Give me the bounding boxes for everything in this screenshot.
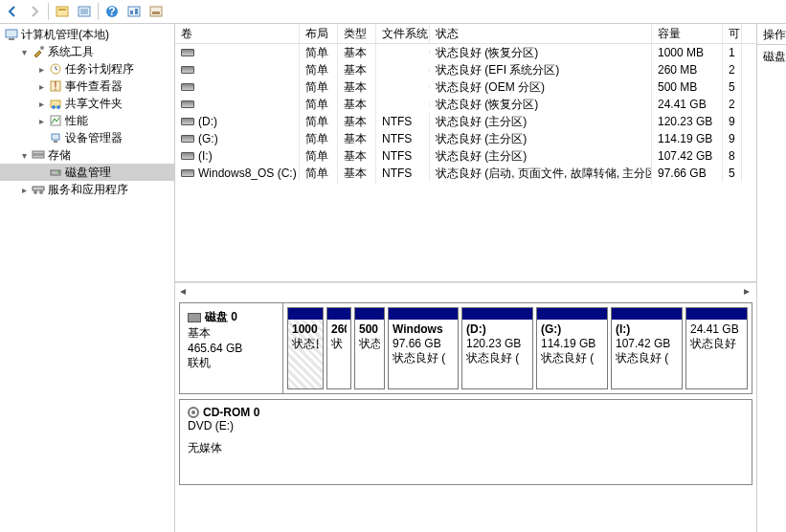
svg-point-15 — [40, 46, 44, 50]
toolbar-icon-4[interactable] — [146, 1, 167, 22]
scroll-right-icon[interactable]: ▸ — [739, 284, 754, 298]
col-filesystem[interactable]: 文件系统 — [376, 24, 430, 43]
partition-status: 状态良好 ( — [616, 351, 678, 366]
toolbar-icon-2[interactable] — [74, 1, 95, 22]
tree-label: 任务计划程序 — [65, 61, 134, 78]
chevron-down-icon[interactable]: ▾ — [17, 47, 31, 57]
clock-icon — [48, 63, 63, 75]
tree-label: 共享文件夹 — [65, 96, 123, 112]
col-status[interactable]: 状态 — [430, 24, 652, 43]
disk-title: 磁盘 0 — [205, 309, 237, 325]
svg-point-28 — [57, 171, 59, 173]
toolbar-icon-3[interactable] — [124, 1, 145, 22]
forward-button[interactable] — [24, 1, 45, 22]
vol-fs — [376, 51, 430, 55]
scroll-left-icon[interactable]: ◂ — [175, 284, 191, 298]
volume-icon — [181, 118, 194, 125]
svg-point-21 — [56, 105, 60, 109]
tree-storage[interactable]: ▾ 存储 — [0, 146, 174, 164]
partition-name: 1000 — [292, 322, 319, 337]
toolbar-separator — [48, 3, 49, 20]
storage-icon — [31, 149, 46, 161]
vol-fs: NTFS — [376, 165, 430, 182]
chevron-down-icon[interactable]: ▾ — [17, 150, 31, 161]
volume-header[interactable]: 卷 布局 类型 文件系统 状态 容量 可 — [175, 24, 756, 44]
partition-size: 107.42 GB — [616, 337, 678, 351]
tree-devmgr[interactable]: 设备管理器 — [0, 129, 174, 146]
volume-list[interactable]: 卷 布局 类型 文件系统 状态 容量 可 简单基本状态良好 (恢复分区)1000… — [175, 24, 756, 282]
volume-row[interactable]: (I:)简单基本NTFS状态良好 (主分区)107.42 GB8 — [175, 147, 756, 165]
chevron-right-icon[interactable]: ▸ — [34, 99, 48, 109]
chevron-right-icon[interactable]: ▸ — [34, 64, 48, 75]
computer-icon — [4, 29, 19, 40]
vol-status: 状态良好 (启动, 页面文件, 故障转储, 主分区) — [430, 164, 652, 184]
vol-cap: 97.66 GB — [652, 165, 723, 182]
partition[interactable]: (D:)120.23 GB状态良好 ( — [461, 307, 533, 389]
device-icon — [48, 132, 63, 144]
vol-fs — [376, 68, 430, 72]
tree-label: 事件查看器 — [65, 78, 123, 95]
disk-0-row[interactable]: 磁盘 0 基本 465.64 GB 联机 1000状态良260状500状态Win… — [179, 302, 752, 394]
nav-tree[interactable]: 计算机管理(本地) ▾ 系统工具 ▸ 任务计划程序 ▸ ! 事件查看器 ▸ 共享… — [0, 24, 175, 532]
volume-row[interactable]: (D:)简单基本NTFS状态良好 (主分区)120.23 GB9 — [175, 113, 756, 130]
svg-rect-9 — [130, 11, 133, 14]
cdrom-row[interactable]: CD-ROM 0 DVD (E:) 无媒体 — [179, 399, 752, 485]
partition[interactable]: (I:)107.42 GB状态良好 ( — [611, 307, 683, 389]
vol-fs: NTFS — [376, 130, 430, 147]
vol-fs — [376, 102, 430, 106]
partition-stripe — [462, 308, 532, 320]
tree-diskmgmt[interactable]: 磁盘管理 — [0, 164, 174, 181]
volume-row[interactable]: 简单基本状态良好 (恢复分区)1000 MB1 — [175, 44, 756, 61]
col-capacity[interactable]: 容量 — [652, 24, 723, 43]
cdrom-icon — [188, 407, 199, 418]
partition-size: 97.66 GB — [393, 337, 454, 351]
volume-icon — [181, 66, 194, 74]
col-type[interactable]: 类型 — [338, 24, 376, 43]
chevron-right-icon[interactable]: ▸ — [17, 185, 31, 195]
tree-services[interactable]: ▸ 服务和应用程序 — [0, 181, 174, 198]
col-free[interactable]: 可 — [723, 24, 742, 43]
tree-systools[interactable]: ▾ 系统工具 — [0, 43, 174, 60]
disk-graphical-view[interactable]: 磁盘 0 基本 465.64 GB 联机 1000状态良260状500状态Win… — [175, 298, 756, 532]
vol-type: 基本 — [338, 164, 376, 184]
toolbar-icon-1[interactable] — [52, 1, 73, 22]
volume-row[interactable]: 简单基本状态良好 (恢复分区)24.41 GB2 — [175, 96, 756, 113]
partition[interactable]: 500状态 — [354, 307, 385, 389]
volume-row[interactable]: (G:)简单基本NTFS状态良好 (主分区)114.19 GB9 — [175, 130, 756, 147]
volume-row[interactable]: Windows8_OS (C:)简单基本NTFS状态良好 (启动, 页面文件, … — [175, 165, 756, 182]
services-icon — [31, 184, 46, 195]
horizontal-scrollbar[interactable]: ◂ ▸ — [175, 282, 756, 298]
tree-root[interactable]: 计算机管理(本地) — [0, 26, 174, 43]
tree-shared[interactable]: ▸ 共享文件夹 — [0, 95, 174, 112]
volume-row[interactable]: 简单基本状态良好 (OEM 分区)500 MB5 — [175, 78, 756, 96]
partition-stripe — [327, 308, 350, 320]
disk-0-partitions: 1000状态良260状500状态Windows97.66 GB状态良好 ((D:… — [283, 303, 752, 393]
svg-rect-12 — [152, 11, 160, 14]
actions-item-diskmgmt[interactable]: 磁盘 — [757, 45, 786, 69]
partition[interactable]: Windows97.66 GB状态良好 ( — [388, 307, 459, 389]
vol-cap: 107.42 GB — [652, 147, 723, 165]
partition-size: 24.41 GB — [690, 322, 743, 337]
partition-status: 状态良 — [292, 337, 319, 351]
svg-rect-13 — [6, 30, 17, 37]
col-layout[interactable]: 布局 — [300, 24, 338, 43]
partition[interactable]: 1000状态良 — [287, 307, 324, 389]
col-volume[interactable]: 卷 — [175, 24, 300, 43]
chevron-right-icon[interactable]: ▸ — [34, 81, 48, 92]
tools-icon — [31, 45, 46, 58]
disk-icon — [188, 313, 201, 322]
tree-scheduler[interactable]: ▸ 任务计划程序 — [0, 60, 174, 78]
partition[interactable]: 260状 — [326, 307, 351, 389]
vol-free: 2 — [723, 61, 742, 78]
tree-eventvwr[interactable]: ▸ ! 事件查看器 — [0, 78, 174, 95]
disk-size: 465.64 GB — [188, 342, 275, 355]
help-button[interactable]: ? — [101, 1, 123, 22]
chevron-right-icon[interactable]: ▸ — [34, 116, 48, 126]
partition[interactable]: (G:)114.19 GB状态良好 ( — [536, 307, 608, 389]
partition[interactable]: 24.41 GB状态良好 — [685, 307, 748, 389]
tree-perf[interactable]: ▸ 性能 — [0, 112, 174, 129]
back-button[interactable] — [2, 1, 23, 22]
volume-row[interactable]: 简单基本状态良好 (EFI 系统分区)260 MB2 — [175, 61, 756, 78]
partition-status: 状态良好 — [690, 337, 743, 351]
cdrom-info: CD-ROM 0 DVD (E:) 无媒体 — [180, 400, 301, 484]
